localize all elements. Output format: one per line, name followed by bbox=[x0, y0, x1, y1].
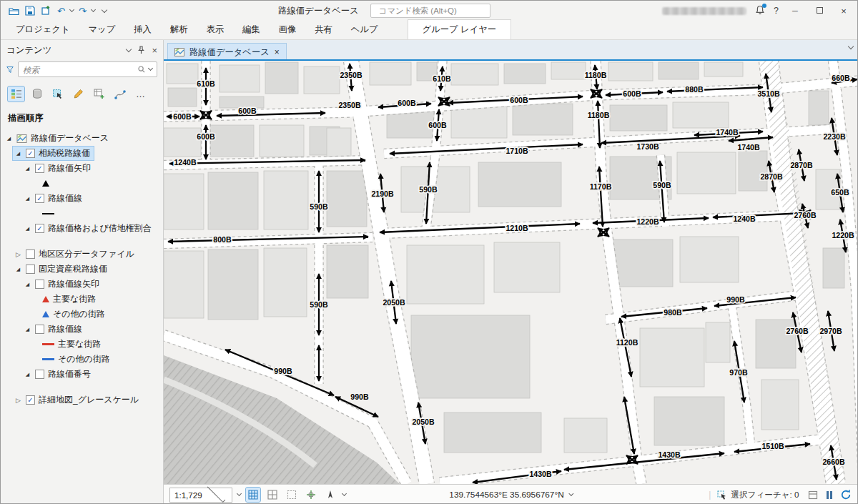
pin-icon[interactable] bbox=[137, 46, 145, 54]
minimize-button[interactable]: ─ bbox=[787, 6, 803, 15]
layer-tree-row-3[interactable] bbox=[1, 176, 163, 191]
ribbon-tab-8[interactable]: ヘルプ bbox=[342, 20, 388, 39]
pane-menu-icon[interactable] bbox=[127, 49, 131, 51]
search-options-icon[interactable] bbox=[148, 66, 153, 71]
expander-open-icon[interactable]: ◢ bbox=[24, 166, 31, 172]
list-by-selection-icon[interactable] bbox=[49, 87, 66, 102]
list-by-drawing-order-icon[interactable] bbox=[8, 87, 24, 102]
expander-open-icon[interactable]: ◢ bbox=[24, 282, 31, 287]
close-pane-icon[interactable]: × bbox=[152, 45, 157, 56]
symbol-item[interactable] bbox=[41, 212, 58, 215]
list-by-snapping-icon[interactable] bbox=[112, 87, 128, 102]
close-button[interactable]: × bbox=[836, 6, 852, 16]
list-by-labeling-icon[interactable] bbox=[91, 87, 107, 102]
layer-tree-row-5[interactable] bbox=[1, 206, 163, 221]
expander-open-icon[interactable]: ◢ bbox=[24, 226, 31, 232]
list-by-data-source-icon[interactable] bbox=[29, 87, 45, 102]
notifications-icon[interactable] bbox=[755, 5, 765, 17]
layer-item-相続税路線価[interactable]: ◢✓相続税路線価 bbox=[13, 147, 94, 160]
layer-item-路線価線[interactable]: ◢✓路線価線 bbox=[22, 192, 86, 205]
layer-checkbox[interactable] bbox=[35, 325, 44, 334]
expander-open-icon[interactable]: ◢ bbox=[14, 267, 22, 272]
command-search-box[interactable] bbox=[370, 4, 490, 18]
redo-dropdown-icon[interactable] bbox=[91, 7, 96, 12]
layer-tree-row-2[interactable]: ◢✓路線価矢印 bbox=[1, 161, 163, 176]
expander-closed-icon[interactable]: ▷ bbox=[14, 251, 22, 258]
layer-visibility-icon[interactable] bbox=[806, 488, 820, 502]
layer-tree-row-8[interactable]: ◢固定資産税路線価 bbox=[1, 262, 163, 277]
ribbon-tab-2[interactable]: 挿入 bbox=[124, 20, 161, 39]
ribbon-tab-7[interactable]: 共有 bbox=[305, 20, 342, 39]
grid-icon[interactable] bbox=[265, 488, 280, 502]
customize-qat-icon[interactable] bbox=[102, 6, 107, 12]
layer-checkbox[interactable]: ✓ bbox=[35, 224, 44, 233]
layer-tree-row-15[interactable]: ◢路線価番号 bbox=[1, 367, 163, 382]
layer-item-路線価番号[interactable]: ◢路線価番号 bbox=[22, 367, 94, 381]
layer-tree-row-13[interactable]: 主要な街路 bbox=[1, 337, 163, 352]
filter-icon[interactable] bbox=[6, 65, 14, 74]
layer-tree-row-7[interactable]: ▷地区区分データファイル bbox=[1, 247, 163, 262]
layer-item-その他の街路[interactable]: その他の街路 bbox=[41, 307, 109, 321]
layer-tree-row-4[interactable]: ◢✓路線価線 bbox=[1, 191, 163, 206]
coordinate-display[interactable]: 139.7544563°E 35.6956767°N bbox=[449, 490, 573, 500]
layer-checkbox[interactable]: ✓ bbox=[26, 149, 35, 158]
close-view-icon[interactable]: × bbox=[275, 48, 280, 56]
expander-open-icon[interactable]: ◢ bbox=[24, 372, 31, 377]
contents-search-input[interactable] bbox=[23, 65, 134, 74]
constraints-icon[interactable] bbox=[285, 488, 299, 502]
layer-item-地区区分データファイル[interactable]: ▷地区区分データファイル bbox=[13, 247, 138, 261]
view-tab-list-icon[interactable] bbox=[848, 44, 854, 49]
layer-item-主要な街路[interactable]: 主要な街路 bbox=[41, 292, 99, 306]
save-project-icon[interactable] bbox=[24, 5, 36, 16]
view-tab-active[interactable]: 路線価データベース × bbox=[167, 43, 287, 61]
ribbon-tab-6[interactable]: 画像 bbox=[270, 20, 306, 39]
layer-tree-row-16[interactable]: ▷✓詳細地図_グレースケール bbox=[1, 392, 163, 407]
more-options-icon[interactable]: … bbox=[132, 87, 149, 102]
expander-open-icon[interactable]: ◢ bbox=[14, 151, 22, 157]
layer-item-路線価線矢印[interactable]: ◢路線価線矢印 bbox=[22, 277, 103, 291]
undo-button[interactable]: ↶ bbox=[57, 6, 65, 16]
ribbon-tab-3[interactable]: 解析 bbox=[161, 20, 197, 39]
ribbon-tab-4[interactable]: 表示 bbox=[197, 20, 233, 39]
layer-tree-row-14[interactable]: その他の街路 bbox=[1, 352, 163, 367]
layer-checkbox[interactable] bbox=[35, 370, 44, 379]
layer-checkbox[interactable]: ✓ bbox=[35, 164, 44, 173]
contents-search-box[interactable] bbox=[18, 61, 157, 77]
layer-tree-row-10[interactable]: 主要な街路 bbox=[1, 292, 163, 307]
redo-button[interactable]: ↷ bbox=[79, 6, 87, 16]
open-project-icon[interactable] bbox=[8, 5, 19, 16]
layer-item-路線価格および借地権割合[interactable]: ◢✓路線価格および借地権割合 bbox=[22, 222, 155, 235]
ribbon-tab-5[interactable]: 編集 bbox=[233, 20, 270, 39]
layer-checkbox[interactable]: ✓ bbox=[26, 395, 35, 405]
pause-drawing-icon[interactable] bbox=[827, 491, 833, 499]
layer-tree-row-6[interactable]: ◢✓路線価格および借地権割合 bbox=[1, 221, 163, 236]
selected-features-indicator[interactable]: 選択フィーチャ: 0 bbox=[717, 490, 799, 500]
layer-tree-row-11[interactable]: その他の街路 bbox=[1, 307, 163, 322]
refresh-icon[interactable] bbox=[839, 488, 853, 502]
map-canvas[interactable]: 610B600B600B600B600B600B600B880B660B610B… bbox=[164, 61, 858, 484]
ribbon-tab-0[interactable]: プロジェクト bbox=[6, 20, 79, 39]
north-options-icon[interactable] bbox=[342, 491, 347, 496]
layer-tree-row-12[interactable]: ◢路線価線 bbox=[1, 322, 163, 337]
layer-item-路線価矢印[interactable]: ◢✓路線価矢印 bbox=[22, 162, 94, 175]
layer-checkbox[interactable] bbox=[35, 280, 44, 289]
ribbon-tab-1[interactable]: マップ bbox=[79, 20, 125, 39]
command-search-input[interactable] bbox=[379, 6, 489, 15]
layer-item-路線価データベース[interactable]: ◢路線価データベース bbox=[4, 132, 112, 145]
layer-item-路線価線[interactable]: ◢路線価線 bbox=[22, 322, 86, 336]
maximize-button[interactable] bbox=[812, 6, 827, 15]
layer-item-詳細地図_グレースケール[interactable]: ▷✓詳細地図_グレースケール bbox=[13, 393, 142, 407]
layer-item-主要な街路[interactable]: 主要な街路 bbox=[41, 337, 104, 351]
expander-open-icon[interactable]: ◢ bbox=[24, 196, 31, 202]
layer-tree-row-1[interactable]: ◢✓相続税路線価 bbox=[1, 146, 163, 161]
layer-item-その他の街路[interactable]: その他の街路 bbox=[41, 352, 114, 366]
scale-combo[interactable]: 1:1,729 bbox=[169, 488, 232, 503]
north-arrow-icon[interactable] bbox=[323, 488, 337, 502]
undo-dropdown-icon[interactable] bbox=[69, 7, 74, 12]
layer-checkbox[interactable]: ✓ bbox=[35, 194, 44, 203]
expander-closed-icon[interactable]: ▷ bbox=[14, 397, 22, 404]
symbol-item[interactable] bbox=[41, 179, 53, 187]
layer-checkbox[interactable] bbox=[26, 265, 35, 274]
layer-item-固定資産税路線価[interactable]: ◢固定資産税路線価 bbox=[13, 262, 111, 276]
ribbon-tab-contextual[interactable]: グループ レイヤー bbox=[408, 19, 512, 39]
